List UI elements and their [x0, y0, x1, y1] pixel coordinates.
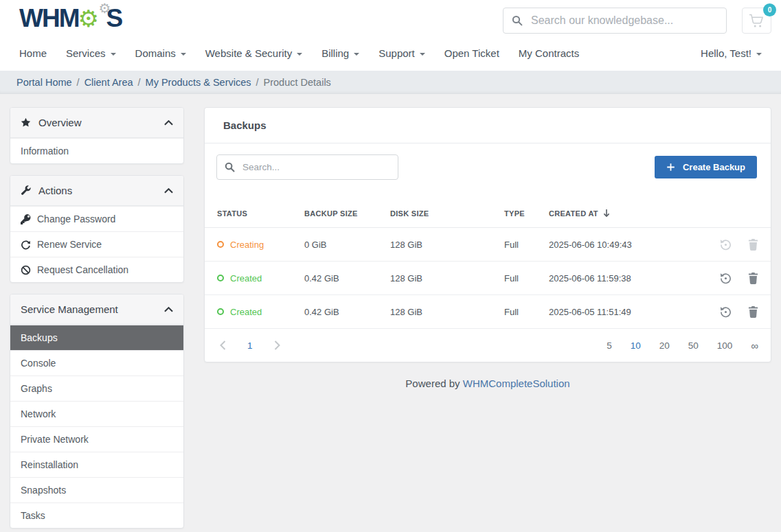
sidebar-item-snapshots[interactable]: Snapshots [10, 477, 183, 502]
service-management-card-title: Service Management [21, 303, 118, 315]
column-backup-size[interactable]: BACKUP SIZE [304, 209, 390, 218]
nav-item-support[interactable]: Support [369, 43, 435, 63]
cart-button[interactable]: 0 [742, 8, 771, 34]
wrench-icon [21, 185, 31, 196]
breadcrumb: Portal Home/Client Area/My Products & Se… [0, 71, 781, 94]
sidebar-item-console[interactable]: Console [10, 350, 183, 375]
search-icon [225, 162, 235, 172]
page-size-selector: 5 10 20 50 100 ∞ [607, 340, 758, 351]
page-number[interactable]: 1 [247, 340, 253, 351]
actions-card-header[interactable]: Actions [10, 176, 183, 206]
sidebar-item-renew-service[interactable]: Renew Service [10, 231, 183, 257]
sidebar-item-reinstallation[interactable]: Reinstallation [10, 452, 183, 477]
breadcrumb-portal-home[interactable]: Portal Home [16, 77, 72, 88]
footer: Powered by WHMCompleteSolution [204, 378, 771, 389]
plus-icon [666, 163, 675, 172]
breadcrumb-separator: / [138, 77, 141, 88]
panel-title: Backups [205, 108, 771, 143]
page-size-100[interactable]: 100 [717, 340, 733, 351]
chevron-up-icon [164, 307, 173, 312]
status-badge: Creating [217, 240, 304, 250]
overview-card-title: Overview [38, 117, 82, 128]
breadcrumb-client-area[interactable]: Client Area [84, 77, 133, 88]
nav-account-menu[interactable]: Hello, Test! [691, 43, 771, 63]
type-cell: Full [504, 273, 549, 284]
nav-item-services[interactable]: Services [56, 43, 126, 63]
nav-item-domains[interactable]: Domains [126, 43, 196, 63]
main-nav: Home Services Domains Website & Security… [0, 41, 781, 71]
breadcrumb-my-products[interactable]: My Products & Services [146, 77, 251, 88]
page-content: Overview Information Actions [0, 94, 781, 532]
type-cell: Full [504, 240, 549, 250]
column-disk-size[interactable]: DISK SIZE [390, 209, 504, 218]
delete-backup-icon[interactable] [748, 306, 758, 318]
row-actions [668, 305, 758, 319]
actions-card: Actions Change Password Renew Service [10, 175, 184, 283]
disk-size-cell: 128 GiB [390, 307, 504, 317]
column-type[interactable]: TYPE [504, 209, 549, 218]
status-badge: Created [217, 273, 304, 284]
nav-item-home[interactable]: Home [10, 43, 56, 63]
nav-item-my-contracts[interactable]: My Contracts [509, 43, 589, 63]
cart-icon [749, 14, 765, 28]
page-size-5[interactable]: 5 [607, 340, 612, 351]
column-status[interactable]: STATUS [217, 209, 304, 218]
caret-down-icon [111, 53, 116, 56]
status-badge: Created [217, 307, 304, 317]
backup-row: Created 0.42 GiB 128 GiB Full 2025-06-06… [205, 262, 771, 295]
backup-size-cell: 0 GiB [304, 240, 390, 250]
sidebar-item-information[interactable]: Information [10, 138, 183, 163]
row-actions [668, 238, 758, 251]
create-backup-button[interactable]: Create Backup [655, 156, 757, 178]
sidebar-item-private-network[interactable]: Private Network [10, 426, 183, 452]
prev-page-icon[interactable] [217, 339, 229, 351]
page-size-50[interactable]: 50 [688, 340, 699, 351]
star-icon [21, 117, 31, 128]
service-management-card: Service Management Backups Console Graph… [10, 294, 184, 529]
row-actions [668, 272, 758, 285]
sidebar-item-backups[interactable]: Backups [10, 325, 183, 350]
nav-item-billing[interactable]: Billing [312, 43, 369, 63]
sidebar-item-network[interactable]: Network [10, 401, 183, 426]
sidebar-item-tasks[interactable]: Tasks [10, 502, 183, 528]
column-created-at[interactable]: CREATED AT [549, 209, 668, 218]
gear-icon: ⚙ [78, 7, 98, 30]
restore-backup-icon[interactable] [719, 272, 732, 285]
backups-toolbar: Create Backup [205, 143, 771, 191]
restore-backup-icon[interactable] [719, 238, 732, 251]
table-header: STATUS BACKUP SIZE DISK SIZE TYPE CREATE… [205, 199, 771, 228]
created-at-cell: 2025-06-05 11:51:49 [549, 307, 668, 317]
powered-by-text: Powered by [405, 378, 460, 389]
page-size-10[interactable]: 10 [631, 340, 641, 351]
page-size-20[interactable]: 20 [659, 340, 670, 351]
knowledgebase-search-input[interactable] [531, 14, 718, 27]
delete-backup-icon[interactable] [748, 239, 758, 251]
caret-down-icon [181, 53, 186, 56]
whmcs-logo[interactable]: WHM ⚙ ⚙ S [19, 5, 122, 36]
logo-text-whm: WHM [19, 5, 78, 31]
whmcompletesolution-link[interactable]: WHMCompleteSolution [463, 378, 570, 389]
sidebar-item-graphs[interactable]: Graphs [10, 375, 183, 401]
page-size-unlimited[interactable]: ∞ [751, 340, 758, 351]
sidebar-item-change-password[interactable]: Change Password [10, 206, 183, 231]
service-management-card-header[interactable]: Service Management [10, 294, 183, 325]
breadcrumb-separator: / [256, 77, 259, 88]
nav-item-open-ticket[interactable]: Open Ticket [435, 43, 509, 63]
restore-backup-icon[interactable] [719, 305, 732, 319]
created-at-cell: 2025-06-06 10:49:43 [549, 240, 668, 250]
nav-item-website-security[interactable]: Website & Security [196, 43, 312, 63]
created-at-cell: 2025-06-06 11:59:38 [549, 273, 668, 284]
sidebar-item-request-cancellation[interactable]: Request Cancellation [10, 257, 183, 282]
backups-search-input[interactable] [242, 162, 390, 172]
status-ring-icon [217, 275, 224, 281]
delete-backup-icon[interactable] [748, 273, 758, 284]
breadcrumb-current: Product Details [264, 77, 331, 88]
key-icon [21, 214, 31, 224]
caret-down-icon [297, 53, 302, 56]
pagination-nav: 1 [217, 339, 283, 351]
next-page-icon[interactable] [271, 339, 283, 351]
backup-size-cell: 0.42 GiB [304, 273, 390, 284]
overview-card-header[interactable]: Overview [10, 108, 183, 138]
logo-gear-group: ⚙ ⚙ [78, 5, 106, 36]
refresh-icon [21, 240, 31, 250]
